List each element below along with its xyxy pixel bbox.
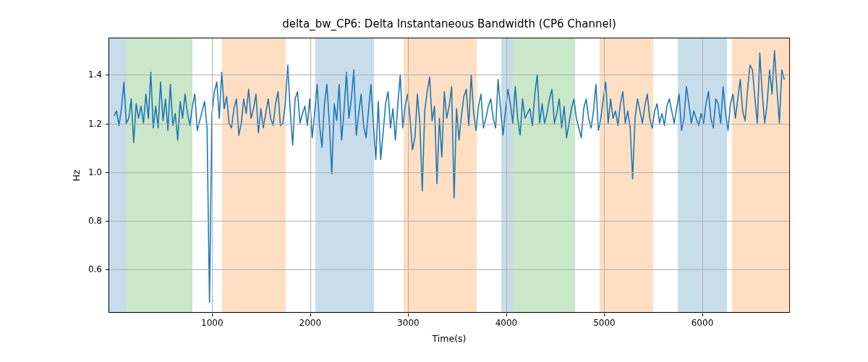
x-tick-label: 4000: [495, 318, 518, 328]
gridline-horizontal: [109, 124, 789, 125]
y-tick-label: 1.2: [88, 119, 102, 129]
gridline-vertical: [408, 38, 409, 312]
y-tick-label: 0.6: [88, 264, 102, 274]
gridline-vertical: [702, 38, 703, 312]
gridline-horizontal: [109, 75, 789, 75]
x-tick-label: 5000: [593, 318, 616, 328]
gridline-horizontal: [109, 269, 789, 270]
x-axis-label: Time(s): [109, 333, 790, 344]
y-axis-label: Hz: [71, 38, 82, 313]
x-tick-label: 2000: [299, 318, 322, 328]
gridline-vertical: [506, 38, 507, 312]
x-tick: [408, 313, 409, 316]
x-tick: [310, 313, 311, 316]
plot-area: 1000200030004000500060000.60.81.01.21.4: [109, 38, 790, 313]
x-tick-label: 1000: [201, 318, 224, 328]
figure: delta_bw_CP6: Delta Instantaneous Bandwi…: [0, 0, 868, 362]
y-tick: [106, 172, 109, 173]
y-tick-label: 1.0: [88, 167, 102, 177]
line-chart-svg: [109, 38, 789, 312]
y-tick-label: 1.4: [88, 70, 102, 80]
y-tick: [106, 75, 109, 75]
chart-title: delta_bw_CP6: Delta Instantaneous Bandwi…: [109, 17, 790, 30]
series-line: [114, 51, 784, 303]
x-tick: [506, 313, 507, 316]
gridline-horizontal: [109, 172, 789, 173]
gridline-vertical: [212, 38, 213, 312]
y-tick-label: 0.8: [88, 216, 102, 226]
y-tick: [106, 269, 109, 270]
gridline-horizontal: [109, 221, 789, 222]
gridline-vertical: [604, 38, 605, 312]
y-tick: [106, 221, 109, 222]
x-tick-label: 3000: [397, 318, 420, 328]
x-tick: [604, 313, 605, 316]
x-tick-label: 6000: [692, 318, 714, 328]
y-tick: [106, 124, 109, 125]
gridline-vertical: [310, 38, 311, 312]
x-tick: [702, 313, 703, 316]
x-tick: [212, 313, 213, 316]
